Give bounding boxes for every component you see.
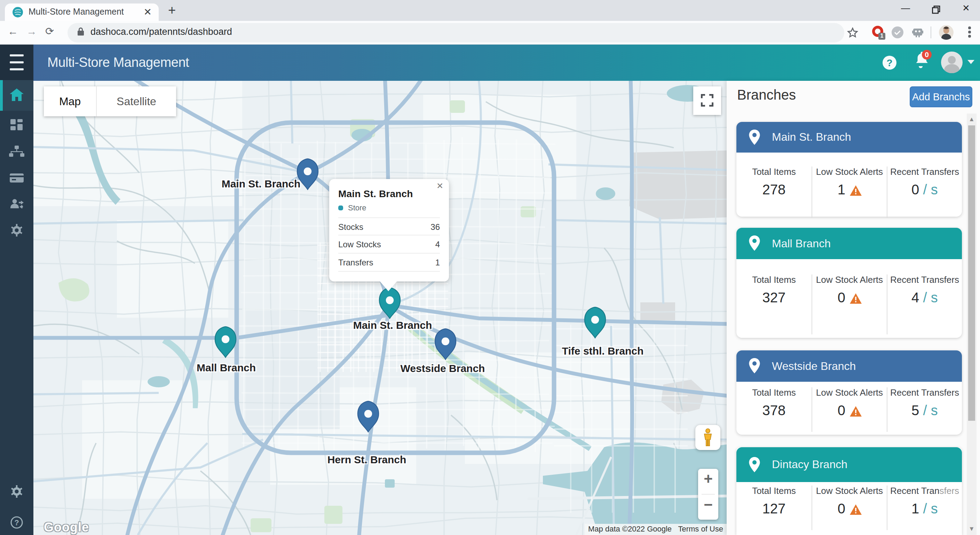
svg-text:?: ? (886, 57, 892, 68)
svg-text:?: ? (14, 518, 19, 527)
svg-text:0: 0 (925, 51, 929, 59)
